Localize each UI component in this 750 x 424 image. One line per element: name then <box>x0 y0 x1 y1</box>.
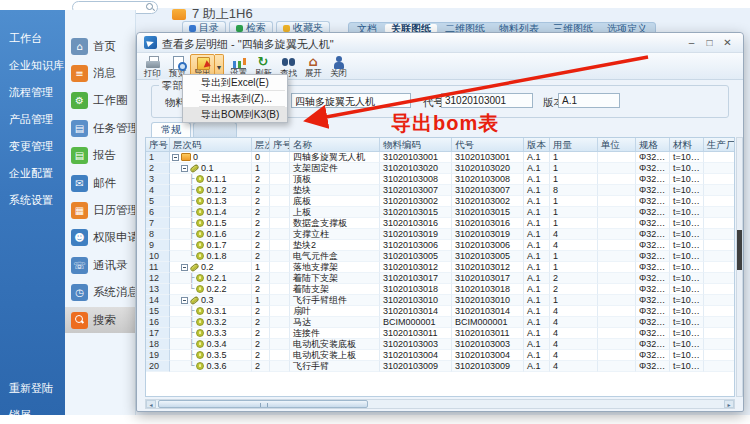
sidebar-item-消息[interactable]: ≡消息 <box>65 60 136 86</box>
column-header-序号[interactable]: 序号 <box>146 138 170 151</box>
dialog-tab-常规[interactable]: 常规 <box>151 122 191 137</box>
horizontal-scrollbar-thumb[interactable] <box>158 400 368 408</box>
table-row[interactable]: 4├0.1.22垫块3102010300731020103007A.18Φ32…… <box>146 185 734 196</box>
sidebar-item-通讯录[interactable]: ☏通讯录 <box>65 252 136 278</box>
column-header-代号[interactable]: 代号 <box>452 138 524 151</box>
打印-button[interactable]: 打印 <box>140 54 165 79</box>
part-number-field[interactable]: 31020103001 <box>441 93 533 108</box>
version-field[interactable]: A.1 <box>558 93 620 108</box>
horizontal-scrollbar[interactable]: ◂ ▸ <box>145 399 735 409</box>
sidebar-item-邮件[interactable]: ✉邮件 <box>65 170 136 196</box>
table-row[interactable]: 6├0.1.42上板3102010301531020103015A.11Φ32…… <box>146 207 734 218</box>
sidebar-item-系统消息[interactable]: ◷系统消息 <box>65 280 136 306</box>
table-row[interactable]: 8├0.1.62支撑立柱3102010301931020103019A.14Φ3… <box>146 229 734 240</box>
cell: Φ32… <box>636 317 670 328</box>
menu-item-导出报表到(Z)...[interactable]: 导出报表到(Z)... <box>183 91 287 106</box>
menu-item-导出到Excel(E)[interactable]: 导出到Excel(E) <box>183 75 287 90</box>
sidebar-item-产品管理[interactable]: 产品管理 <box>0 106 65 133</box>
table-row[interactable]: 12├0.2.12着陆下支架3102010301731020103017A.12… <box>146 273 734 284</box>
column-header-层次码[interactable]: 层次码 <box>170 138 252 151</box>
cell: 4 <box>550 240 598 251</box>
dialog-tab-secondary[interactable] <box>193 122 237 137</box>
sidebar-item-工作圈[interactable]: ⚙工作圈 <box>65 88 136 114</box>
展开-button[interactable]: 展开 <box>301 54 326 79</box>
table-row[interactable]: 19├0.3.52电动机安装上板3102010300431020103004A.… <box>146 350 734 361</box>
cell: Φ32… <box>636 229 670 240</box>
vertical-scrollbar[interactable] <box>736 137 743 397</box>
sidebar-item-锁屏[interactable]: 锁屏 <box>0 402 65 415</box>
cell: 1 <box>550 196 598 207</box>
column-header-名称[interactable]: 名称 <box>290 138 380 151</box>
minimize-button[interactable]: – <box>684 36 699 50</box>
collapse-icon[interactable] <box>172 154 179 161</box>
dialog-titlebar[interactable]: 查看多层明细 - "四轴多旋翼无人机" – □ ✕ <box>137 33 743 53</box>
sidebar-item-企业配置[interactable]: 企业配置 <box>0 160 65 187</box>
table-row[interactable]: 7├0.1.52数据盒支撑板3102010301631020103016A.11… <box>146 218 734 229</box>
table-header: 序号层次码层次序号名称物料编码代号版本用量单位规格材料生产厂 <box>146 138 734 152</box>
sidebar-item-首页[interactable]: ⌂首页 <box>65 33 136 59</box>
table-row[interactable]: 20.11支架固定件3102010302031020103020A.11Φ32…… <box>146 163 734 174</box>
table-row[interactable]: 3├0.1.12顶板3102010300831020103008A.11Φ32…… <box>146 174 734 185</box>
close-button[interactable]: ✕ <box>720 36 735 50</box>
maximize-button[interactable]: □ <box>702 36 717 50</box>
column-header-序号[interactable]: 序号 <box>270 138 290 151</box>
column-header-用量[interactable]: 用量 <box>550 138 598 151</box>
table-row[interactable]: 16├0.3.22马达BCIM000001BCIM000001A.14Φ32…t… <box>146 317 734 328</box>
cell: Φ32… <box>636 284 670 295</box>
sidebar-item-日历管理[interactable]: ▦日历管理 <box>65 197 136 223</box>
column-header-规格[interactable]: 规格 <box>636 138 670 151</box>
column-header-层次[interactable]: 层次 <box>252 138 270 151</box>
关闭-button[interactable]: 关闭 <box>326 54 351 79</box>
sidebar-item-权限申请[interactable]: ☻权限申请 <box>65 225 136 251</box>
column-header-材料[interactable]: 材料 <box>670 138 704 151</box>
cell: A.1 <box>524 339 550 350</box>
cell: 13 <box>146 284 170 295</box>
vertical-scrollbar-thumb[interactable] <box>737 230 742 270</box>
column-header-版本[interactable]: 版本 <box>524 138 550 151</box>
collapse-icon[interactable] <box>181 297 188 304</box>
cell: 15 <box>146 306 170 317</box>
table-row[interactable]: 100四轴多旋翼无人机3102010300131020103001A.11Φ32… <box>146 152 734 163</box>
sidebar-item-搜索[interactable]: 搜索 <box>65 307 136 333</box>
sidebar-item-系统设置[interactable]: 系统设置 <box>0 187 65 214</box>
cell: Φ32… <box>636 339 670 350</box>
table-row[interactable]: 5├0.1.32底板3102010300231020103002A.11Φ32…… <box>146 196 734 207</box>
table-row[interactable]: 13└0.2.22着陆支架3102010301831020103018A.12Φ… <box>146 284 734 295</box>
sidebar-item-变更管理[interactable]: 变更管理 <box>0 133 65 160</box>
table-row[interactable]: 140.31飞行手臂组件3102010301031020103010A.11Φ3… <box>146 295 734 306</box>
scroll-right-arrow-icon[interactable]: ▸ <box>724 400 734 408</box>
table-row[interactable]: 110.21落地支撑架3102010301231020103012A.11Φ32… <box>146 262 734 273</box>
cell: 上板 <box>290 207 380 218</box>
table-row[interactable]: 18├0.3.42电动机安装底板3102010300331020103003A.… <box>146 339 734 350</box>
table-row[interactable]: 10└0.1.82电气元件盒3102010300531020103005A.11… <box>146 251 734 262</box>
column-header-生产厂[interactable]: 生产厂 <box>704 138 735 151</box>
menu-item-导出BOM到K3(B)[interactable]: 导出BOM到K3(B) <box>183 107 287 122</box>
table-row[interactable]: 9├0.1.72垫块23102010300631020103006A.14Φ32… <box>146 240 734 251</box>
table-row[interactable]: 15├0.3.12扇叶3102010301431020103014A.14Φ32… <box>146 306 734 317</box>
cell: 2 <box>252 218 270 229</box>
cell: 2 <box>252 350 270 361</box>
sidebar-item-重新登陆[interactable]: 重新登陆 <box>0 375 65 402</box>
column-header-物料编码[interactable]: 物料编码 <box>380 138 452 151</box>
scroll-left-arrow-icon[interactable]: ◂ <box>146 400 156 408</box>
tree-cell-wrap: ├0.3.4 <box>170 339 252 350</box>
cell: t=10… <box>670 317 704 328</box>
cell: 1 <box>252 262 270 273</box>
collapse-icon[interactable] <box>181 264 188 271</box>
cell <box>598 240 636 251</box>
tree-cell-wrap: ├0.1.1 <box>170 174 252 185</box>
table-row[interactable]: 20└0.3.62飞行手臂3102010300931020103009A.14Φ… <box>146 361 734 372</box>
sidebar-item-流程管理[interactable]: 流程管理 <box>0 79 65 106</box>
table-row[interactable]: 17├0.3.32连接件3102010301131020103011A.14Φ3… <box>146 328 734 339</box>
cell: 10 <box>146 251 170 262</box>
cell <box>704 273 735 284</box>
cell: 31020103016 <box>380 218 452 229</box>
collapse-icon[interactable] <box>181 165 188 172</box>
sidebar-item-报告[interactable]: ▤报告 <box>65 143 136 169</box>
sidebar-item-工作台[interactable]: 工作台 <box>0 25 65 52</box>
tree-cell-wrap: ├0.3.2 <box>170 317 252 328</box>
material-code-field[interactable]: 四轴多旋翼无人机 <box>291 93 411 108</box>
sidebar-item-任务管理[interactable]: ▤任务管理 <box>65 115 136 141</box>
sidebar-item-企业知识库[interactable]: 企业知识库 <box>0 52 65 79</box>
column-header-单位[interactable]: 单位 <box>598 138 636 151</box>
